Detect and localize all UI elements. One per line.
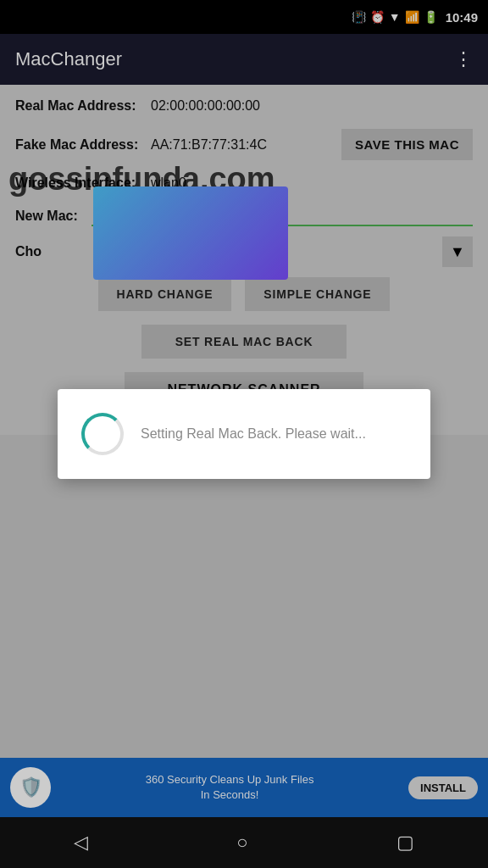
dialog-message: Setting Real Mac Back. Please wait... (141, 426, 366, 442)
dialog-box: Setting Real Mac Back. Please wait... (58, 389, 430, 479)
dialog-overlay: Setting Real Mac Back. Please wait... (0, 0, 488, 868)
loading-spinner (81, 413, 124, 455)
